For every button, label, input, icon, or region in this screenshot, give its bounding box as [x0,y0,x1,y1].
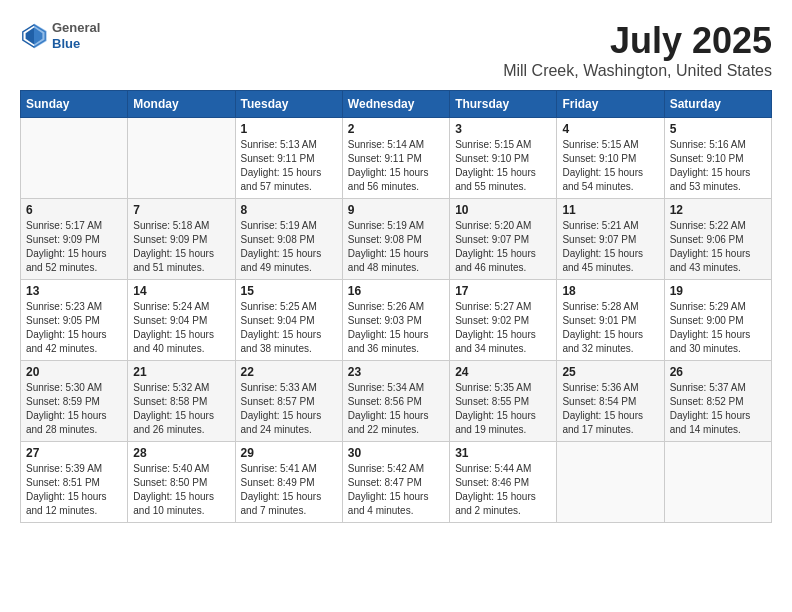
day-cell: 26Sunrise: 5:37 AM Sunset: 8:52 PM Dayli… [664,361,771,442]
col-header-monday: Monday [128,91,235,118]
day-number: 5 [670,122,766,136]
day-cell: 21Sunrise: 5:32 AM Sunset: 8:58 PM Dayli… [128,361,235,442]
day-number: 16 [348,284,444,298]
calendar-subtitle: Mill Creek, Washington, United States [503,62,772,80]
day-number: 10 [455,203,551,217]
logo-text: General Blue [52,20,100,51]
day-cell: 11Sunrise: 5:21 AM Sunset: 9:07 PM Dayli… [557,199,664,280]
day-number: 12 [670,203,766,217]
day-number: 15 [241,284,337,298]
col-header-saturday: Saturday [664,91,771,118]
day-cell: 8Sunrise: 5:19 AM Sunset: 9:08 PM Daylig… [235,199,342,280]
day-number: 17 [455,284,551,298]
day-cell: 25Sunrise: 5:36 AM Sunset: 8:54 PM Dayli… [557,361,664,442]
day-cell: 10Sunrise: 5:20 AM Sunset: 9:07 PM Dayli… [450,199,557,280]
day-cell: 28Sunrise: 5:40 AM Sunset: 8:50 PM Dayli… [128,442,235,523]
day-number: 29 [241,446,337,460]
day-number: 27 [26,446,122,460]
day-number: 18 [562,284,658,298]
calendar-title: July 2025 [503,20,772,62]
day-number: 30 [348,446,444,460]
day-info: Sunrise: 5:26 AM Sunset: 9:03 PM Dayligh… [348,300,444,356]
day-info: Sunrise: 5:13 AM Sunset: 9:11 PM Dayligh… [241,138,337,194]
day-cell: 12Sunrise: 5:22 AM Sunset: 9:06 PM Dayli… [664,199,771,280]
day-cell: 5Sunrise: 5:16 AM Sunset: 9:10 PM Daylig… [664,118,771,199]
day-cell: 2Sunrise: 5:14 AM Sunset: 9:11 PM Daylig… [342,118,449,199]
day-info: Sunrise: 5:34 AM Sunset: 8:56 PM Dayligh… [348,381,444,437]
day-cell: 27Sunrise: 5:39 AM Sunset: 8:51 PM Dayli… [21,442,128,523]
day-number: 20 [26,365,122,379]
day-cell: 30Sunrise: 5:42 AM Sunset: 8:47 PM Dayli… [342,442,449,523]
day-info: Sunrise: 5:16 AM Sunset: 9:10 PM Dayligh… [670,138,766,194]
logo-blue: Blue [52,36,100,52]
day-cell: 14Sunrise: 5:24 AM Sunset: 9:04 PM Dayli… [128,280,235,361]
header-row: SundayMondayTuesdayWednesdayThursdayFrid… [21,91,772,118]
title-block: July 2025 Mill Creek, Washington, United… [503,20,772,80]
day-info: Sunrise: 5:44 AM Sunset: 8:46 PM Dayligh… [455,462,551,518]
day-number: 31 [455,446,551,460]
day-info: Sunrise: 5:30 AM Sunset: 8:59 PM Dayligh… [26,381,122,437]
day-info: Sunrise: 5:37 AM Sunset: 8:52 PM Dayligh… [670,381,766,437]
day-number: 1 [241,122,337,136]
day-number: 2 [348,122,444,136]
week-row-4: 20Sunrise: 5:30 AM Sunset: 8:59 PM Dayli… [21,361,772,442]
day-number: 23 [348,365,444,379]
day-cell: 15Sunrise: 5:25 AM Sunset: 9:04 PM Dayli… [235,280,342,361]
day-info: Sunrise: 5:40 AM Sunset: 8:50 PM Dayligh… [133,462,229,518]
day-cell: 3Sunrise: 5:15 AM Sunset: 9:10 PM Daylig… [450,118,557,199]
day-cell [664,442,771,523]
day-info: Sunrise: 5:19 AM Sunset: 9:08 PM Dayligh… [241,219,337,275]
day-info: Sunrise: 5:39 AM Sunset: 8:51 PM Dayligh… [26,462,122,518]
page-header: General Blue July 2025 Mill Creek, Washi… [20,20,772,80]
day-info: Sunrise: 5:14 AM Sunset: 9:11 PM Dayligh… [348,138,444,194]
day-cell [557,442,664,523]
day-number: 7 [133,203,229,217]
day-info: Sunrise: 5:36 AM Sunset: 8:54 PM Dayligh… [562,381,658,437]
day-number: 3 [455,122,551,136]
day-info: Sunrise: 5:15 AM Sunset: 9:10 PM Dayligh… [562,138,658,194]
col-header-wednesday: Wednesday [342,91,449,118]
day-number: 26 [670,365,766,379]
day-info: Sunrise: 5:28 AM Sunset: 9:01 PM Dayligh… [562,300,658,356]
day-cell: 9Sunrise: 5:19 AM Sunset: 9:08 PM Daylig… [342,199,449,280]
day-info: Sunrise: 5:18 AM Sunset: 9:09 PM Dayligh… [133,219,229,275]
day-number: 14 [133,284,229,298]
day-info: Sunrise: 5:17 AM Sunset: 9:09 PM Dayligh… [26,219,122,275]
day-number: 25 [562,365,658,379]
day-info: Sunrise: 5:23 AM Sunset: 9:05 PM Dayligh… [26,300,122,356]
week-row-5: 27Sunrise: 5:39 AM Sunset: 8:51 PM Dayli… [21,442,772,523]
day-cell: 29Sunrise: 5:41 AM Sunset: 8:49 PM Dayli… [235,442,342,523]
day-cell: 17Sunrise: 5:27 AM Sunset: 9:02 PM Dayli… [450,280,557,361]
day-cell: 24Sunrise: 5:35 AM Sunset: 8:55 PM Dayli… [450,361,557,442]
day-cell: 16Sunrise: 5:26 AM Sunset: 9:03 PM Dayli… [342,280,449,361]
day-info: Sunrise: 5:22 AM Sunset: 9:06 PM Dayligh… [670,219,766,275]
day-number: 19 [670,284,766,298]
day-number: 8 [241,203,337,217]
day-number: 13 [26,284,122,298]
day-number: 4 [562,122,658,136]
day-info: Sunrise: 5:33 AM Sunset: 8:57 PM Dayligh… [241,381,337,437]
week-row-3: 13Sunrise: 5:23 AM Sunset: 9:05 PM Dayli… [21,280,772,361]
day-info: Sunrise: 5:32 AM Sunset: 8:58 PM Dayligh… [133,381,229,437]
day-info: Sunrise: 5:21 AM Sunset: 9:07 PM Dayligh… [562,219,658,275]
logo-general: General [52,20,100,36]
day-number: 21 [133,365,229,379]
day-cell: 4Sunrise: 5:15 AM Sunset: 9:10 PM Daylig… [557,118,664,199]
day-info: Sunrise: 5:25 AM Sunset: 9:04 PM Dayligh… [241,300,337,356]
col-header-tuesday: Tuesday [235,91,342,118]
day-number: 24 [455,365,551,379]
day-cell: 31Sunrise: 5:44 AM Sunset: 8:46 PM Dayli… [450,442,557,523]
day-cell: 18Sunrise: 5:28 AM Sunset: 9:01 PM Dayli… [557,280,664,361]
day-info: Sunrise: 5:42 AM Sunset: 8:47 PM Dayligh… [348,462,444,518]
day-info: Sunrise: 5:24 AM Sunset: 9:04 PM Dayligh… [133,300,229,356]
col-header-friday: Friday [557,91,664,118]
day-info: Sunrise: 5:20 AM Sunset: 9:07 PM Dayligh… [455,219,551,275]
day-cell: 23Sunrise: 5:34 AM Sunset: 8:56 PM Dayli… [342,361,449,442]
day-info: Sunrise: 5:29 AM Sunset: 9:00 PM Dayligh… [670,300,766,356]
day-number: 11 [562,203,658,217]
day-info: Sunrise: 5:27 AM Sunset: 9:02 PM Dayligh… [455,300,551,356]
day-info: Sunrise: 5:41 AM Sunset: 8:49 PM Dayligh… [241,462,337,518]
week-row-2: 6Sunrise: 5:17 AM Sunset: 9:09 PM Daylig… [21,199,772,280]
day-cell: 6Sunrise: 5:17 AM Sunset: 9:09 PM Daylig… [21,199,128,280]
logo-icon [20,22,48,50]
